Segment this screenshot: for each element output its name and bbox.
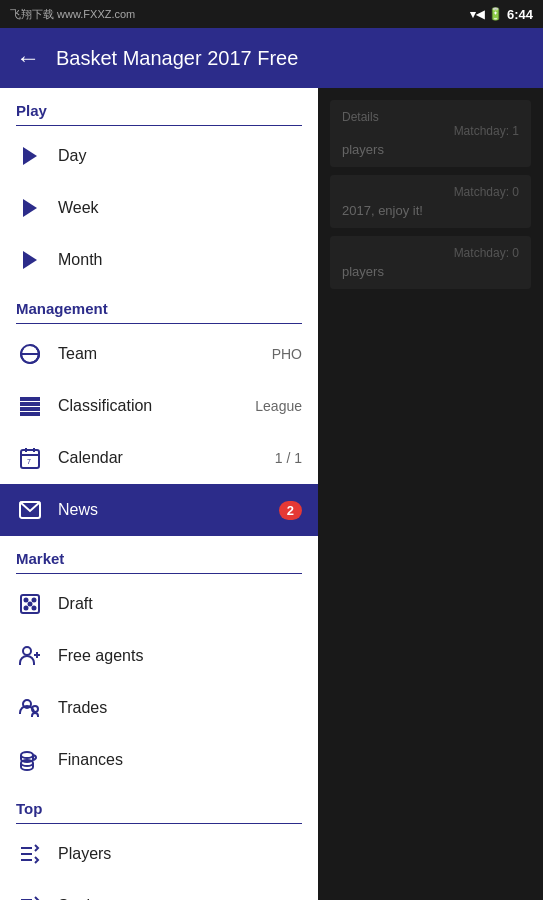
list-icon xyxy=(16,392,44,420)
sidebar-item-label-team: Team xyxy=(58,345,258,363)
signal-icon: ▾◀ xyxy=(470,8,484,21)
battery-icon: 🔋 xyxy=(488,7,503,21)
status-bar: 飞翔下载 www.FXXZ.com ▾◀ 🔋 6:44 xyxy=(0,0,543,28)
back-button[interactable]: ← xyxy=(16,44,40,72)
sidebar-item-finances[interactable]: Finances xyxy=(0,734,318,786)
sidebar-item-label-day: Day xyxy=(58,147,302,165)
svg-point-18 xyxy=(33,607,36,610)
sidebar-item-label-week: Week xyxy=(58,199,302,217)
sidebar-item-label-draft: Draft xyxy=(58,595,302,613)
svg-point-24 xyxy=(32,706,38,712)
mail-icon xyxy=(16,496,44,524)
section-header-management: Management xyxy=(0,286,318,323)
sidebar-item-classification[interactable]: ClassificationLeague xyxy=(0,380,318,432)
sidebar-item-team[interactable]: TeamPHO xyxy=(0,328,318,380)
time-display: 6:44 xyxy=(507,7,533,22)
sidebar-item-sophomores[interactable]: Sophomores xyxy=(0,880,318,900)
sidebar-item-badge-news: 2 xyxy=(279,501,302,520)
svg-rect-6 xyxy=(21,408,39,410)
svg-point-20 xyxy=(23,647,31,655)
sidebar-item-sub-team: PHO xyxy=(272,346,302,362)
status-left-text: 飞翔下载 www.FXXZ.com xyxy=(10,7,135,22)
sidebar-item-label-free-agents: Free agents xyxy=(58,647,302,665)
svg-marker-0 xyxy=(23,147,37,165)
svg-rect-7 xyxy=(21,413,39,415)
svg-text:7: 7 xyxy=(27,458,31,465)
svg-point-16 xyxy=(33,599,36,602)
sidebar-item-draft[interactable]: Draft xyxy=(0,578,318,630)
sidebar-item-news[interactable]: News2 xyxy=(0,484,318,536)
section-header-play: Play xyxy=(0,88,318,125)
sidebar-item-players[interactable]: Players xyxy=(0,828,318,880)
swap-icon xyxy=(16,694,44,722)
basketball-icon xyxy=(16,340,44,368)
section-divider-market xyxy=(16,573,302,574)
section-divider-play xyxy=(16,125,302,126)
svg-marker-1 xyxy=(23,199,37,217)
svg-rect-5 xyxy=(21,403,39,405)
sidebar-item-month[interactable]: Month xyxy=(0,234,318,286)
sidebar-item-free-agents[interactable]: Free agents xyxy=(0,630,318,682)
section-header-top: Top xyxy=(0,786,318,823)
section-divider-management xyxy=(16,323,302,324)
app-bar: ← Basket Manager 2017 Free xyxy=(0,28,543,88)
section-divider-top xyxy=(16,823,302,824)
sidebar-item-sub-calendar: 1 / 1 xyxy=(275,450,302,466)
play-icon xyxy=(16,246,44,274)
sidebar-item-label-news: News xyxy=(58,501,265,519)
rank-icon xyxy=(16,840,44,868)
main-content: PlayDayWeekMonthManagementTeamPHOClassif… xyxy=(0,88,543,900)
svg-point-25 xyxy=(21,752,33,758)
section-header-market: Market xyxy=(0,536,318,573)
status-right: ▾◀ 🔋 6:44 xyxy=(470,7,533,22)
sidebar-item-label-trades: Trades xyxy=(58,699,302,717)
sidebar-item-label-players: Players xyxy=(58,845,302,863)
sidebar-item-trades[interactable]: Trades xyxy=(0,682,318,734)
sidebar-item-day[interactable]: Day xyxy=(0,130,318,182)
calendar-icon: 7 xyxy=(16,444,44,472)
sidebar-item-calendar[interactable]: 7Calendar1 / 1 xyxy=(0,432,318,484)
app-title: Basket Manager 2017 Free xyxy=(56,47,298,70)
sidebar-item-label-calendar: Calendar xyxy=(58,449,261,467)
svg-point-17 xyxy=(25,607,28,610)
sidebar-item-label-classification: Classification xyxy=(58,397,241,415)
sidebar-item-label-month: Month xyxy=(58,251,302,269)
svg-rect-4 xyxy=(21,398,39,400)
play-icon xyxy=(16,142,44,170)
overlay xyxy=(318,88,543,900)
rank-icon xyxy=(16,892,44,900)
svg-marker-2 xyxy=(23,251,37,269)
sidebar-item-label-finances: Finances xyxy=(58,751,302,769)
svg-point-15 xyxy=(25,599,28,602)
coins-icon xyxy=(16,746,44,774)
dice-icon xyxy=(16,590,44,618)
sidebar-item-week[interactable]: Week xyxy=(0,182,318,234)
sidebar-item-sub-classification: League xyxy=(255,398,302,414)
sidebar: PlayDayWeekMonthManagementTeamPHOClassif… xyxy=(0,88,318,900)
play-icon xyxy=(16,194,44,222)
svg-point-19 xyxy=(29,603,32,606)
person-add-icon xyxy=(16,642,44,670)
